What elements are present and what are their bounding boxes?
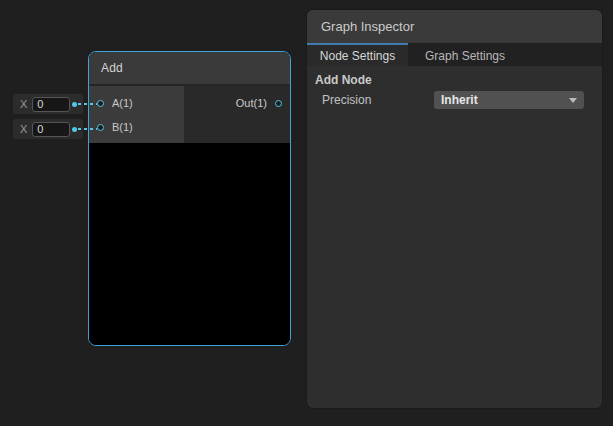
precision-dropdown[interactable]: Inherit [434,91,584,109]
precision-label: Precision [322,93,434,107]
connector-dot-icon [72,102,77,107]
port-row-a: A(1) [89,91,184,115]
output-ports-section: Out(1) [184,86,290,143]
input-ports-section: A(1) B(1) [89,86,184,143]
connector-dot-icon [72,127,77,132]
port-a-label: A(1) [112,97,133,109]
section-title: Add Node [315,73,602,87]
chevron-down-icon [569,98,577,103]
add-node[interactable]: Add A(1) B(1) Out(1) [88,51,291,346]
port-b-default-field: X [13,119,83,139]
port-out-connector-icon[interactable] [275,100,282,107]
shader-graph-window: Add A(1) B(1) Out(1) [0,0,613,426]
node-header[interactable]: Add [89,52,290,86]
graph-inspector-panel: Graph Inspector Node Settings Graph Sett… [307,10,602,408]
port-row-b: B(1) [89,115,184,139]
inspector-title: Graph Inspector [321,19,414,34]
node-preview [89,143,290,345]
tab-node-settings[interactable]: Node Settings [307,43,408,66]
wire-b [78,128,97,130]
port-b-value-input[interactable] [32,122,70,137]
tab-graph-settings[interactable]: Graph Settings [408,43,522,66]
precision-field-row: Precision Inherit [322,90,602,110]
port-a-value-input[interactable] [32,97,70,112]
port-b-connector-icon[interactable] [97,124,104,131]
axis-x-label: X [20,98,27,110]
wire-a [78,103,97,105]
node-ports: A(1) B(1) Out(1) [89,86,290,143]
port-a-default-field: X [13,94,83,114]
node-title: Add [101,61,123,75]
port-out-label: Out(1) [236,97,267,109]
inspector-tab-row: Node Settings Graph Settings [307,43,602,66]
port-row-out: Out(1) [184,91,290,115]
precision-dropdown-value: Inherit [441,93,569,107]
port-a-connector-icon[interactable] [97,100,104,107]
node-settings-content: Add Node Precision Inherit [307,66,602,110]
axis-x-label: X [20,123,27,135]
inspector-title-bar[interactable]: Graph Inspector [307,10,602,43]
port-b-label: B(1) [112,121,133,133]
